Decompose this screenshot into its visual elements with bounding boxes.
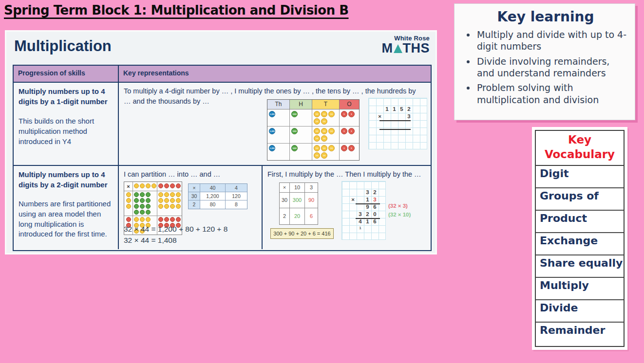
cell-8: 8 (226, 200, 247, 209)
grid-digit: 5 (398, 106, 405, 113)
yellow-counter (176, 192, 181, 197)
pv-cell-hundreds: 100 (290, 127, 312, 144)
pv-header-tens: T (312, 100, 340, 109)
multiply-sign: × (349, 196, 357, 203)
green-counter (146, 204, 151, 209)
pv-cell-ones: 11 (340, 127, 359, 144)
grid-digit: 2 (364, 211, 371, 218)
skill-cell-2-digit: Multiply numbers up to 4 digits by a 2-d… (14, 166, 119, 249)
pv-header-ones: O (340, 100, 359, 109)
pv-cell-thousands: 1,000 (267, 144, 290, 160)
yellow-counter: 10 (314, 118, 320, 125)
red-counter (176, 217, 181, 222)
yellow-counter (176, 198, 181, 203)
carry-digit: 1 (357, 225, 364, 233)
representation-cell-long-multiplication: First, I multiply by the … Then I multip… (263, 166, 431, 249)
vocabulary-word: Groups of (536, 188, 624, 211)
key-vocabulary-title: Key Vocabulary (536, 131, 624, 166)
yellow-counter: 10 (321, 135, 327, 142)
pv-cell-ones: 11 (340, 144, 359, 160)
yellow-counter: 10 (321, 145, 327, 151)
red-counter (176, 183, 181, 188)
yellow-counter (164, 204, 169, 209)
pv-counter-row: 1,000 100 1010101010 11 (267, 109, 359, 127)
cell-sign: × (189, 184, 200, 192)
list-item: Problem solving with multiplication and … (476, 82, 628, 106)
column-header-representations: Key representations (119, 66, 431, 82)
pv-cell-tens: 1010101010 (312, 127, 340, 144)
partition-grid-table: × 40 4 30 1,200 120 2 80 8 (188, 183, 247, 209)
red-counter (158, 217, 163, 222)
area-model-top-group-40 (133, 182, 157, 191)
pv-counter-row: 1,000 100 1010101010 11 (267, 127, 359, 144)
area-model-row-30 (124, 191, 182, 216)
partial-product-note-red: (32 × 3) (388, 203, 408, 209)
green-counter (134, 204, 139, 209)
yellow-counter: 10 (314, 128, 320, 134)
area-model-left-group-30 (124, 191, 133, 216)
cell-30: 30 (280, 193, 290, 208)
skill-title: Multiply numbers up to 4 digits by a 1-d… (19, 87, 113, 107)
table-row: 2 80 8 (189, 200, 247, 209)
yellow-counter (126, 198, 131, 203)
partition-equation: 32 × 44 = 1,200 + 80 + 120 + 8 (124, 225, 227, 234)
green-counter (146, 210, 151, 215)
vocabulary-word: Remainder (536, 323, 624, 345)
red-counter (126, 217, 131, 222)
yellow-counter: 10 (314, 145, 320, 151)
yellow-counter: 10 (314, 111, 320, 117)
skill-title: Multiply numbers up to 4 digits by a 2-d… (19, 170, 113, 190)
squared-paper-short-multiplication: 1 1 5 2 × 3 (368, 98, 427, 149)
vocabulary-word: Product (536, 211, 624, 233)
grid-digit: 1 (383, 106, 391, 113)
yellow-counter (158, 192, 163, 197)
grid-digit: 9 (364, 203, 371, 211)
representation-cell-partition: I can partition … into … and … × (119, 166, 263, 249)
area-model-block-green (133, 191, 157, 216)
yellow-counter (152, 183, 156, 188)
green-counter (134, 198, 139, 203)
grid-digit: 3 (364, 189, 371, 196)
area-model-block-yellow (157, 191, 182, 216)
grid-digit: 3 (405, 113, 413, 120)
yellow-counter (158, 198, 163, 203)
yellow-counter: 10 (321, 111, 327, 117)
blue-counter: 1,000 (269, 145, 275, 151)
green-counter (140, 204, 145, 209)
key-vocabulary-table: Key Vocabulary Digit Groups of Product E… (535, 130, 625, 347)
grid-digit: 0 (371, 211, 379, 218)
table-row: × 40 4 (189, 184, 247, 192)
grid-digit: 3 (357, 211, 364, 218)
cell-300: 300 (290, 193, 305, 208)
logo-letter-m: M (382, 42, 393, 54)
grid-digit: 1 (391, 106, 398, 113)
green-counter (134, 210, 139, 215)
yellow-counter (126, 204, 131, 209)
ruled-line (379, 120, 411, 121)
logo-letters-ths: THS (403, 42, 430, 54)
bullet-text: Multiply and divide with up to 4-digit n… (477, 29, 626, 52)
red-counter: 1 (341, 128, 347, 134)
yellow-counter (146, 183, 151, 188)
pv-cell-hundreds: 100 (290, 144, 312, 160)
cell-sign: × (280, 183, 290, 193)
table-row: × 10 3 (280, 183, 318, 193)
cell-3: 3 (305, 183, 318, 193)
green-counter: 100 (291, 128, 298, 134)
yellow-counter: 10 (314, 152, 320, 159)
pv-cell-thousands: 1,000 (267, 127, 290, 144)
representation-cell-1-digit: To multiply a 4-digit number by … , I mu… (119, 83, 431, 165)
progression-table: Progression of skills Key representation… (13, 65, 432, 251)
table-row: 30 1,200 120 (189, 192, 247, 200)
logo-maths-text: MTHS (382, 42, 430, 54)
red-counter: 1 (348, 111, 355, 117)
skill-note: This builds on the short multiplication … (19, 116, 113, 146)
yellow-counter: 10 (321, 118, 327, 125)
table-header-row: Progression of skills Key representation… (14, 66, 431, 82)
cell-10: 10 (290, 183, 305, 193)
key-learning-title: Key learning (463, 9, 628, 25)
green-counter (140, 198, 145, 203)
yellow-counter: 10 (328, 111, 335, 117)
yellow-counter: 10 (328, 145, 335, 151)
vocabulary-word: Exchange (536, 233, 624, 255)
